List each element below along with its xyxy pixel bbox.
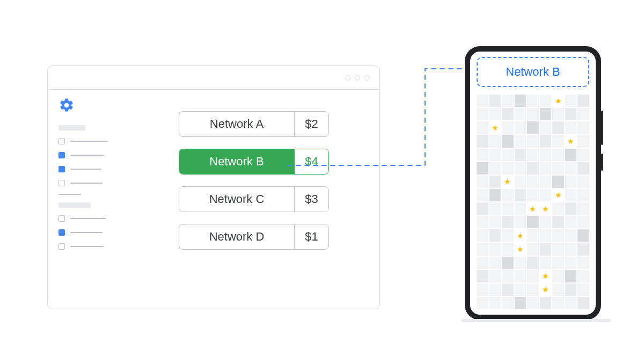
grid-cell bbox=[540, 95, 552, 107]
grid-cell bbox=[527, 135, 539, 147]
grid-cell bbox=[515, 121, 526, 134]
sidebar-heading-placeholder bbox=[58, 202, 91, 208]
grid-cell bbox=[577, 95, 589, 107]
grid-cell bbox=[577, 108, 589, 120]
grid-cell bbox=[527, 216, 539, 228]
grid-cell bbox=[552, 284, 564, 296]
star-icon: ★ bbox=[565, 135, 577, 147]
grid-cell bbox=[489, 297, 501, 309]
grid-cell bbox=[577, 284, 589, 296]
browser-window: Network A$2Network B$4Network C$3Network… bbox=[47, 66, 380, 309]
network-row[interactable]: Network C$3 bbox=[179, 186, 329, 212]
grid-cell bbox=[515, 108, 526, 120]
grid-cell bbox=[515, 297, 526, 309]
grid-cell bbox=[515, 149, 526, 161]
grid-cell bbox=[502, 257, 514, 269]
sidebar-item-label-placeholder bbox=[70, 155, 105, 156]
grid-cell bbox=[515, 189, 526, 201]
grid-cell bbox=[540, 257, 552, 269]
network-name: Network A bbox=[179, 112, 294, 136]
grid-cell bbox=[577, 162, 589, 175]
network-name: Network B bbox=[179, 149, 294, 174]
sidebar-item-label-placeholder bbox=[70, 141, 108, 142]
grid-cell bbox=[540, 135, 552, 147]
gear-icon bbox=[58, 97, 121, 115]
sidebar-item-label-placeholder bbox=[70, 232, 103, 233]
grid-cell bbox=[552, 216, 564, 228]
grid-cell bbox=[489, 135, 501, 147]
grid-cell bbox=[577, 202, 589, 215]
grid-cell bbox=[527, 95, 539, 107]
grid-cell bbox=[515, 216, 526, 228]
grid-cell bbox=[502, 135, 514, 147]
grid-cell bbox=[489, 284, 501, 296]
grid-cell bbox=[477, 135, 488, 147]
grid-cell bbox=[540, 149, 552, 161]
grid-cell bbox=[489, 243, 501, 255]
window-control-dot bbox=[345, 75, 350, 81]
network-row[interactable]: Network A$2 bbox=[179, 111, 329, 137]
checkbox-empty-icon bbox=[58, 138, 65, 144]
grid-cell bbox=[489, 189, 501, 201]
sidebar-item bbox=[58, 215, 121, 222]
network-price: $1 bbox=[294, 224, 328, 249]
grid-cell bbox=[565, 297, 577, 309]
grid-cell bbox=[540, 189, 552, 201]
grid-cell bbox=[477, 149, 488, 161]
grid-cell bbox=[489, 95, 501, 107]
sidebar-item bbox=[58, 166, 121, 172]
grid-cell bbox=[565, 121, 577, 134]
grid-cell bbox=[489, 270, 501, 282]
phone-screen: Network B ★★★★★★★★★★★ bbox=[470, 52, 596, 315]
network-name: Network D bbox=[179, 224, 294, 249]
grid-cell bbox=[552, 149, 564, 161]
grid-cell bbox=[577, 243, 589, 255]
grid-cell bbox=[527, 257, 539, 269]
grid-cell bbox=[577, 149, 589, 161]
grid-cell bbox=[565, 229, 577, 242]
grid-cell bbox=[489, 202, 501, 215]
sidebar-item bbox=[58, 152, 121, 158]
grid-cell bbox=[477, 121, 488, 134]
grid-cell bbox=[527, 243, 539, 255]
grid-cell bbox=[540, 216, 552, 228]
grid-cell bbox=[527, 229, 539, 242]
grid-cell bbox=[477, 176, 488, 188]
star-icon: ★ bbox=[540, 270, 552, 282]
grid-cell bbox=[502, 229, 514, 242]
grid-cell bbox=[515, 202, 526, 215]
grid-cell bbox=[565, 243, 577, 255]
grid-cell bbox=[527, 270, 539, 282]
grid-cell bbox=[502, 149, 514, 161]
grid-cell bbox=[552, 229, 564, 242]
browser-titlebar bbox=[48, 66, 379, 90]
grid-cell bbox=[489, 216, 501, 228]
grid-cell bbox=[502, 270, 514, 282]
grid-cell bbox=[565, 216, 577, 228]
grid-cell bbox=[565, 95, 577, 107]
grid-cell bbox=[527, 284, 539, 296]
grid-cell bbox=[477, 202, 488, 215]
grid-cell bbox=[515, 257, 526, 269]
checkbox-checked-icon bbox=[58, 152, 65, 158]
grid-cell bbox=[552, 257, 564, 269]
sidebar-item bbox=[58, 138, 121, 144]
network-price: $4 bbox=[294, 149, 328, 174]
sidebar-item bbox=[58, 229, 121, 236]
sidebar-item-label-placeholder bbox=[70, 218, 106, 219]
window-control-dot bbox=[355, 75, 360, 81]
checkbox-empty-icon bbox=[58, 243, 65, 250]
grid-cell bbox=[502, 202, 514, 215]
checkbox-empty-icon bbox=[58, 180, 65, 186]
sidebar-heading-placeholder bbox=[58, 125, 85, 130]
network-row[interactable]: Network D$1 bbox=[179, 224, 329, 250]
grid-cell bbox=[477, 297, 488, 309]
grid-cell bbox=[502, 108, 514, 120]
sidebar-item bbox=[58, 243, 121, 250]
phone-side-button bbox=[601, 154, 603, 171]
grid-cell bbox=[552, 121, 564, 134]
network-row[interactable]: Network B$4 bbox=[179, 149, 329, 175]
grid-cell bbox=[527, 189, 539, 201]
grid-cell bbox=[489, 229, 501, 242]
grid-cell bbox=[565, 284, 577, 296]
